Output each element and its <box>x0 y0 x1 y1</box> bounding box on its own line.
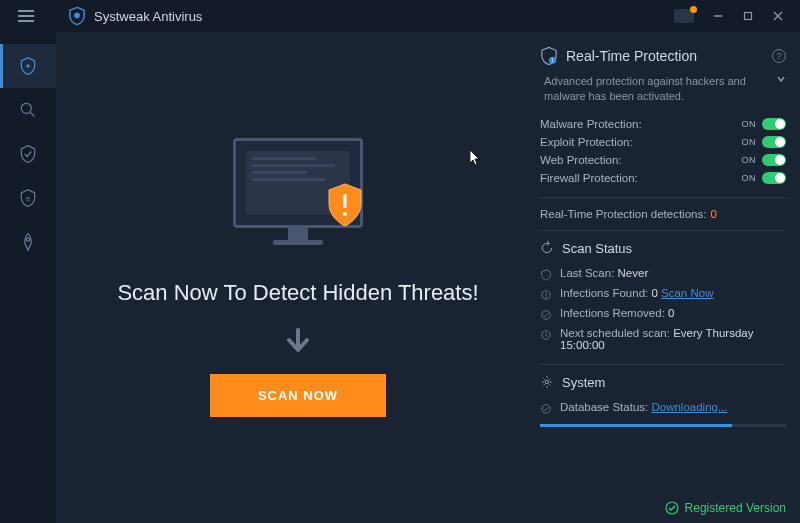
sidebar-item-quarantine[interactable]: e <box>0 176 56 220</box>
infections-found-row: Infections Found: 0 Scan Now <box>540 284 786 304</box>
refresh-icon <box>540 241 554 255</box>
rtp-detections: Real-Time Protection detections: 0 <box>540 208 786 220</box>
notification-badge-icon[interactable] <box>674 9 694 23</box>
svg-point-11 <box>343 212 347 216</box>
svg-point-9 <box>26 238 29 241</box>
sidebar-item-protection[interactable] <box>0 132 56 176</box>
toggle-web-switch[interactable] <box>762 154 786 166</box>
svg-line-7 <box>31 113 35 117</box>
minimize-button[interactable] <box>704 2 732 30</box>
toggle-web: Web Protection:ON <box>540 151 786 169</box>
app-logo-icon <box>68 6 86 26</box>
toggle-firewall: Firewall Protection:ON <box>540 169 786 187</box>
gear-icon <box>540 375 554 389</box>
check-circle-icon <box>665 501 679 515</box>
app-title: Systweak Antivirus <box>68 6 202 26</box>
arrow-down-icon <box>283 326 313 356</box>
close-button[interactable] <box>764 2 792 30</box>
help-icon[interactable]: ? <box>772 49 786 63</box>
shield-info-icon: i <box>540 46 558 66</box>
toggle-malware-switch[interactable] <box>762 118 786 130</box>
svg-point-19 <box>545 381 549 385</box>
registered-badge: Registered Version <box>665 501 786 515</box>
svg-point-6 <box>21 103 31 113</box>
last-scan-row: Last Scan: Never <box>540 264 786 284</box>
svg-point-17 <box>542 310 551 319</box>
toggle-exploit: Exploit Protection:ON <box>540 133 786 151</box>
maximize-button[interactable] <box>734 2 762 30</box>
download-progress <box>540 424 786 427</box>
monitor-illustration <box>223 138 373 258</box>
next-scan-row: Next scheduled scan: Every Thursday 15:0… <box>540 324 786 354</box>
svg-point-0 <box>74 12 80 18</box>
hamburger-menu[interactable] <box>8 0 44 32</box>
sidebar-item-boost[interactable] <box>0 220 56 264</box>
infections-removed-row: Infections Removed: 0 <box>540 304 786 324</box>
svg-text:e: e <box>26 194 30 203</box>
database-status-link[interactable]: Downloading... <box>651 401 727 413</box>
scan-status-header: Scan Status <box>540 241 786 256</box>
svg-point-5 <box>26 64 29 67</box>
database-status-row: Database Status: Downloading... <box>540 398 786 418</box>
toggle-firewall-switch[interactable] <box>762 172 786 184</box>
svg-text:i: i <box>552 57 553 63</box>
hero-headline: Scan Now To Detect Hidden Threats! <box>117 278 478 309</box>
threat-shield-icon <box>325 182 365 228</box>
scan-now-button[interactable]: SCAN NOW <box>210 374 386 417</box>
toggle-exploit-switch[interactable] <box>762 136 786 148</box>
rtp-header: i Real-Time Protection ? <box>540 46 786 66</box>
rtp-description: Advanced protection against hackers and … <box>540 74 786 105</box>
sidebar-item-scan[interactable] <box>0 88 56 132</box>
sidebar-item-home[interactable] <box>0 44 56 88</box>
svg-point-20 <box>542 404 551 413</box>
svg-point-16 <box>546 297 547 298</box>
scan-now-link[interactable]: Scan Now <box>661 287 713 299</box>
svg-rect-2 <box>745 13 752 20</box>
toggle-malware: Malware Protection:ON <box>540 115 786 133</box>
system-header: System <box>540 375 786 390</box>
chevron-down-icon[interactable] <box>776 74 786 84</box>
